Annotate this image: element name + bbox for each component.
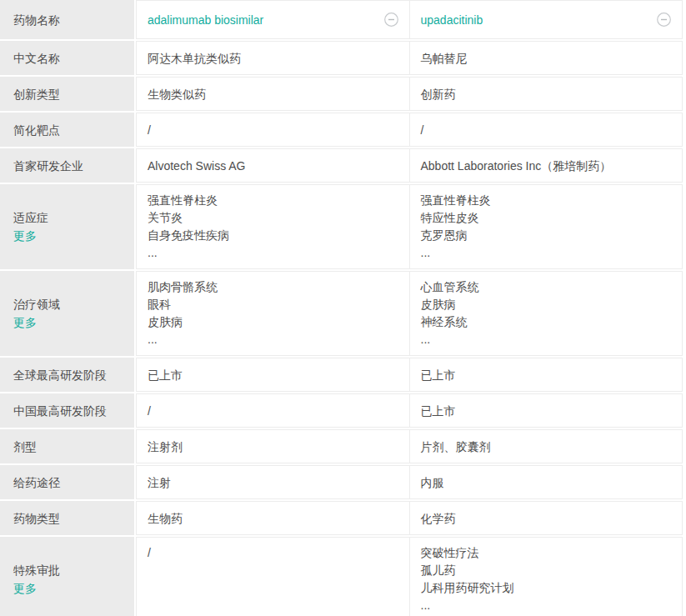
drug-comparison-table: 药物名称adalimumab biosimilarupadacitinib中文名… [0,0,686,616]
cell-line: 儿科用药研究计划 [421,579,514,597]
table-cell: 心血管系统皮肤病神经系统... [409,271,683,356]
cell-text: 已上市 [421,367,456,383]
table-cell: 内服 [409,465,683,499]
cell-line: 关节炎 [148,209,183,227]
cell-line: ... [421,244,431,262]
row-label-text: 中国最高研发阶段 [13,402,134,420]
table-cell: 已上市 [136,358,409,392]
table-cell: 注射剂 [136,429,409,463]
row-label: 中国最高研发阶段 [0,393,134,428]
table-cell: upadacitinib [409,0,683,39]
cell-text: 注射剂 [148,438,183,455]
cell-text: / [148,122,151,138]
cell-line: / [148,544,151,562]
row-label-text: 给药途径 [13,473,134,492]
cell-text: / [148,403,151,419]
row-label-text: 适应症 [13,208,134,227]
cell-line: 肌肉骨骼系统 [148,278,218,296]
more-link[interactable]: 更多 [13,313,134,332]
cell-text: 片剂、胶囊剂 [421,438,491,455]
cell-text: 内服 [421,474,444,491]
cell-text: 已上市 [148,367,183,383]
more-link[interactable]: 更多 [13,227,134,245]
cell-line: 眼科 [148,296,171,313]
table-cell: 强直性脊柱炎关节炎自身免疫性疾病... [136,184,409,269]
more-link[interactable]: 更多 [13,579,134,598]
table-row: 适应症更多强直性脊柱炎关节炎自身免疫性疾病...强直性脊柱炎特应性皮炎克罗恩病.… [0,184,683,269]
row-label-text: 首家研发企业 [13,157,134,175]
row-label-text: 全球最高研发阶段 [13,366,134,384]
row-label-text: 简化靶点 [13,121,134,139]
table-cell: / [136,537,409,616]
table-cell: / [136,393,409,428]
row-label-text: 药物类型 [13,509,134,528]
table-cell: adalimumab biosimilar [136,0,409,39]
cell-line: ... [421,331,431,348]
table-cell: 已上市 [409,358,683,392]
table-row: 首家研发企业Alvotech Swiss AGAbbott Laboratori… [0,148,683,183]
table-cell: 已上市 [409,393,683,428]
table-row: 给药途径注射内服 [0,465,683,499]
table-cell: 创新药 [409,77,683,111]
drug-name-link[interactable]: upadacitinib [421,13,483,27]
row-label-text: 创新类型 [13,85,134,103]
cell-text: 乌帕替尼 [421,50,468,67]
cell-line: 神经系统 [421,313,468,331]
cell-text: 阿达木单抗类似药 [148,50,241,67]
table-cell: 突破性疗法孤儿药儿科用药研究计划... [409,537,683,616]
cell-text: 注射 [148,474,171,491]
table-cell: Alvotech Swiss AG [136,148,409,183]
remove-drug-icon[interactable] [657,13,671,27]
table-cell: 生物类似药 [136,77,409,111]
drug-name-link[interactable]: adalimumab biosimilar [148,13,263,27]
row-label: 治疗领域更多 [0,271,134,356]
row-label-text: 特殊审批 [13,561,134,579]
cell-text: Alvotech Swiss AG [148,158,246,174]
cell-line: 自身免疫性疾病 [148,227,229,244]
row-label-text: 剂型 [13,438,134,456]
cell-line: ... [421,597,431,614]
table-row: 药物类型生物药化学药 [0,501,683,535]
cell-line: ... [148,331,158,348]
table-cell: 片剂、胶囊剂 [409,429,683,463]
row-label-text: 中文名称 [13,49,134,68]
cell-text: 化学药 [421,510,456,527]
row-label-text: 药物名称 [13,11,134,29]
cell-line: 特应性皮炎 [421,209,479,227]
row-label: 给药途径 [0,465,134,499]
cell-line: 孤儿药 [421,562,456,579]
cell-text: / [421,122,424,138]
table-cell: 强直性脊柱炎特应性皮炎克罗恩病... [409,184,683,269]
table-row: 中文名称阿达木单抗类似药乌帕替尼 [0,41,683,75]
row-label: 药物类型 [0,501,134,535]
table-cell: 注射 [136,465,409,499]
cell-line: 心血管系统 [421,278,479,296]
cell-text: 创新药 [421,86,456,103]
table-row: 剂型注射剂片剂、胶囊剂 [0,429,683,463]
row-label-text: 治疗领域 [13,295,134,313]
cell-line: 突破性疗法 [421,544,479,562]
row-label: 全球最高研发阶段 [0,358,134,392]
table-row: 创新类型生物类似药创新药 [0,77,683,111]
cell-text: 已上市 [421,403,456,419]
row-label: 首家研发企业 [0,148,134,183]
cell-line: ... [148,244,158,262]
row-label: 创新类型 [0,77,134,111]
table-row: 药物名称adalimumab biosimilarupadacitinib [0,0,683,39]
table-row: 治疗领域更多肌肉骨骼系统眼科皮肤病...心血管系统皮肤病神经系统... [0,271,683,356]
table-cell: 化学药 [409,501,683,535]
remove-drug-icon[interactable] [384,13,398,27]
table-cell: / [409,113,683,147]
row-label: 剂型 [0,429,134,463]
cell-line: 皮肤病 [148,313,183,331]
table-cell: 肌肉骨骼系统眼科皮肤病... [136,271,409,356]
table-cell: 乌帕替尼 [409,41,683,75]
cell-text: 生物药 [148,510,183,527]
table-row: 全球最高研发阶段已上市已上市 [0,358,683,392]
table-cell: 生物药 [136,501,409,535]
row-label: 中文名称 [0,41,134,75]
cell-line: 强直性脊柱炎 [148,192,218,209]
row-label: 简化靶点 [0,113,134,147]
cell-line: 克罗恩病 [421,227,468,244]
table-row: 中国最高研发阶段/已上市 [0,393,683,428]
